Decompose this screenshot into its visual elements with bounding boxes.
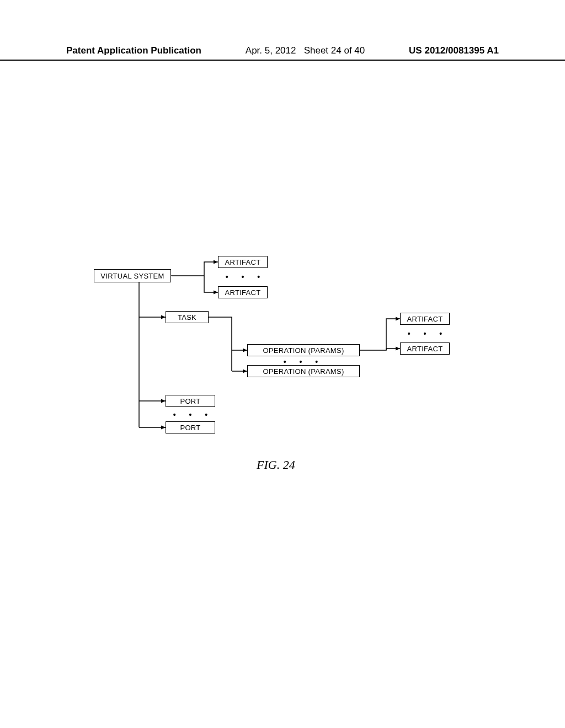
port-2-box: PORT [166,421,215,433]
ellipsis-artifacts-right: • • • [403,329,452,338]
operation-2-box: OPERATION (PARAMS) [247,365,360,377]
artifact-top-1-box: ARTIFACT [218,256,268,268]
artifact-right-1-box: ARTIFACT [400,313,450,325]
task-box: TASK [166,311,209,323]
figure-label: FIG. 24 [257,458,295,472]
diagram-container: VIRTUAL SYSTEM ARTIFACT • • • ARTIFACT T… [0,0,565,728]
artifact-top-2-box: ARTIFACT [218,286,268,298]
virtual-system-box: VIRTUAL SYSTEM [94,269,171,282]
ellipsis-artifacts-top: • • • [221,272,270,281]
operation-1-box: OPERATION (PARAMS) [247,344,360,356]
artifact-right-2-box: ARTIFACT [400,342,450,355]
ellipsis-ports: • • • [168,410,218,419]
port-1-box: PORT [166,395,215,407]
